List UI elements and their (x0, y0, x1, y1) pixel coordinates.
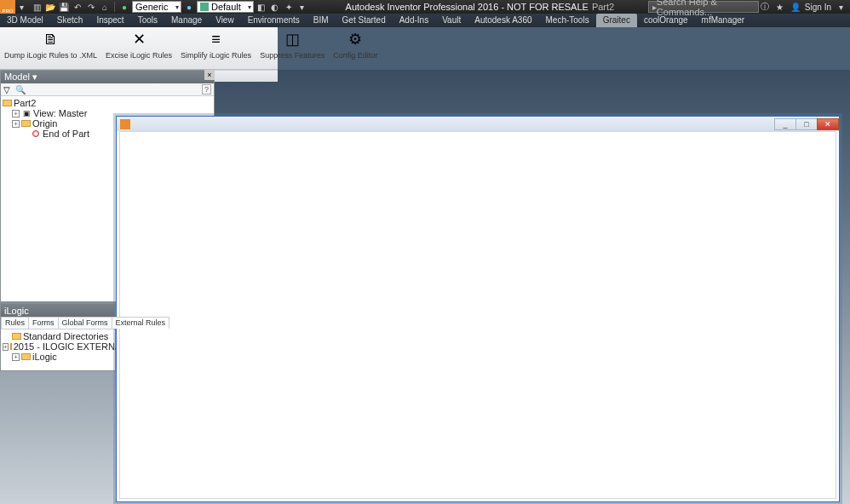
maximize-button[interactable]: □ (795, 118, 818, 130)
ribbon-button-label: Dump iLogic Rules to .XML (4, 51, 97, 60)
folder-icon (10, 343, 12, 350)
ribbon-tab[interactable]: BIM (307, 14, 336, 27)
search-input[interactable]: ▸ Search Help & Commands... (648, 1, 759, 13)
home-icon[interactable]: ⌂ (99, 1, 111, 13)
ribbon-button[interactable]: ✕Excise iLogic Rules (101, 27, 176, 69)
child-window-body (119, 131, 836, 499)
ilogic-tab[interactable]: Forms (28, 317, 59, 329)
ribbon-tab[interactable]: Get Started (336, 14, 393, 27)
ilogic-tree-label: Standard Directories (23, 331, 108, 341)
active-doc: Part2 (592, 2, 614, 12)
ribbon-button-label: Config Editor (333, 51, 377, 60)
ribbon-button-label: Excise iLogic Rules (106, 51, 172, 60)
ribbon-button-icon: 🗎 (41, 29, 61, 49)
misc-tool-2-icon[interactable]: ◐ (269, 1, 281, 13)
tree-toggle-icon[interactable]: + (12, 353, 20, 361)
ilogic-tab[interactable]: Rules (1, 317, 29, 329)
close-button[interactable]: ✕ (817, 118, 839, 130)
folder-icon (12, 333, 21, 340)
sign-in-button[interactable]: Sign In (805, 3, 831, 12)
tree-toggle-icon[interactable]: + (3, 343, 9, 351)
model-browser-title: Model ▾ (1, 71, 214, 83)
ribbon-tab[interactable]: Graitec (596, 14, 637, 27)
child-window-titlebar[interactable]: _ □ ✕ (117, 117, 839, 131)
ribbon-tab[interactable]: Tools (131, 14, 164, 27)
ribbon-tab[interactable]: coolOrange (637, 14, 695, 27)
filter-icon[interactable]: ▽ (3, 85, 10, 94)
child-window-icon (120, 119, 130, 129)
ribbon-tab[interactable]: Environments (241, 14, 307, 27)
part-icon (3, 100, 12, 106)
redo-icon[interactable]: ↷ (85, 1, 97, 13)
ribbon-button[interactable]: ◫Suppress Features (256, 27, 329, 69)
ribbon-tab[interactable]: Inspect (89, 14, 130, 27)
app-menu-dropdown-icon[interactable]: ▾ (15, 1, 27, 13)
model-browser-toolbar: ▽ 🔍 ? (1, 83, 214, 96)
ribbon-tab[interactable]: Sketch (50, 14, 90, 27)
search-icon[interactable]: 🔍 (15, 85, 26, 94)
ilogic-tree-item[interactable]: +iLogic (3, 352, 113, 362)
view-icon: ▣ (21, 109, 32, 117)
ribbon-tab[interactable]: Manage (164, 14, 209, 27)
ribbon-button-label: Suppress Features (260, 51, 324, 60)
ribbon-panel: 🗎Dump iLogic Rules to .XML✕Excise iLogic… (0, 27, 278, 70)
ilogic-tree-item[interactable]: +2015 - ILOGIC EXTERNAL RULES (3, 341, 113, 352)
tree-root[interactable]: Part2 (3, 98, 212, 108)
new-icon[interactable]: ▥ (31, 1, 43, 13)
ilogic-tab[interactable]: External Rules (112, 317, 170, 329)
ribbon-tab[interactable]: Mech-Tools (539, 14, 596, 27)
ilogic-tab[interactable]: Global Forms (58, 317, 112, 329)
ilogic-tree-label: iLogic (32, 352, 57, 362)
user-icon[interactable]: 👤 (790, 1, 801, 13)
material-sphere-icon[interactable]: ● (183, 1, 195, 13)
app-help-dropdown-icon[interactable]: ▾ (835, 1, 847, 13)
info-icon[interactable]: ⓘ (759, 1, 771, 13)
qat-overflow-icon[interactable]: ▾ (296, 1, 308, 13)
end-of-part-icon (31, 129, 41, 138)
material-dropdown[interactable]: Default (197, 1, 254, 13)
misc-tool-1-icon[interactable]: ◧ (256, 1, 267, 13)
ribbon-tab[interactable]: Add-Ins (393, 14, 435, 27)
style-dropdown[interactable]: Generic (132, 1, 181, 13)
ilogic-tree: Standard Directories+2015 - ILOGIC EXTER… (1, 329, 115, 370)
ribbon-button-label: Simplify iLogic Rules (181, 51, 251, 60)
quick-access-toolbar: PRO ▾ ▥ 📂 💾 ↶ ↷ ⌂ ● Generic ● Default ◧ … (0, 0, 850, 14)
ilogic-tabs: RulesFormsGlobal FormsExternal Rules (1, 317, 115, 329)
ribbon-button-icon: ≡ (206, 29, 227, 49)
ilogic-tree-item[interactable]: Standard Directories (3, 331, 113, 341)
ribbon-button[interactable]: ⚙Config Editor (329, 27, 382, 69)
appearance-sphere-icon[interactable]: ● (118, 1, 130, 13)
ribbon-tabs: 3D ModelSketchInspectToolsManageViewEnvi… (0, 14, 850, 27)
app-logo-icon[interactable]: PRO (0, 0, 15, 14)
ribbon-tab[interactable]: 3D Model (0, 14, 50, 27)
panel-close-icon[interactable]: × (204, 70, 215, 80)
ilogic-title: iLogic (1, 304, 115, 317)
ribbon-button[interactable]: ≡Simplify iLogic Rules (176, 27, 256, 69)
ribbon-tab[interactable]: mfManager (695, 14, 752, 27)
child-window: _ □ ✕ (116, 116, 840, 502)
ribbon-button-icon: ⚙ (345, 29, 365, 49)
ilogic-panel: iLogic RulesFormsGlobal FormsExternal Ru… (0, 303, 116, 371)
ribbon-tab[interactable]: Vault (435, 14, 468, 27)
ribbon-button-icon: ✕ (129, 29, 149, 49)
misc-tool-3-icon[interactable]: ✦ (283, 1, 295, 13)
ribbon-tab[interactable]: View (209, 14, 241, 27)
ribbon-button[interactable]: 🗎Dump iLogic Rules to .XML (0, 27, 101, 69)
tree-item-label: End of Part (43, 129, 89, 139)
tree-item-label: View: Master (33, 108, 87, 118)
tree-item-label: Origin (32, 118, 57, 129)
ribbon-button-icon: ◫ (282, 29, 302, 49)
folder-icon (21, 120, 31, 127)
app-title: Autodesk Inventor Professional 2016 - NO… (312, 2, 648, 12)
minimize-button[interactable]: _ (774, 118, 796, 130)
tree-toggle-icon[interactable]: + (12, 120, 20, 128)
help-icon[interactable]: ? (202, 84, 211, 94)
star-icon[interactable]: ★ (774, 1, 786, 13)
tree-toggle-icon[interactable]: + (12, 110, 20, 117)
undo-icon[interactable]: ↶ (72, 1, 83, 13)
open-icon[interactable]: 📂 (44, 1, 56, 13)
folder-icon (21, 353, 31, 360)
ribbon-tab[interactable]: Autodesk A360 (468, 14, 538, 27)
save-icon[interactable]: 💾 (58, 1, 70, 13)
